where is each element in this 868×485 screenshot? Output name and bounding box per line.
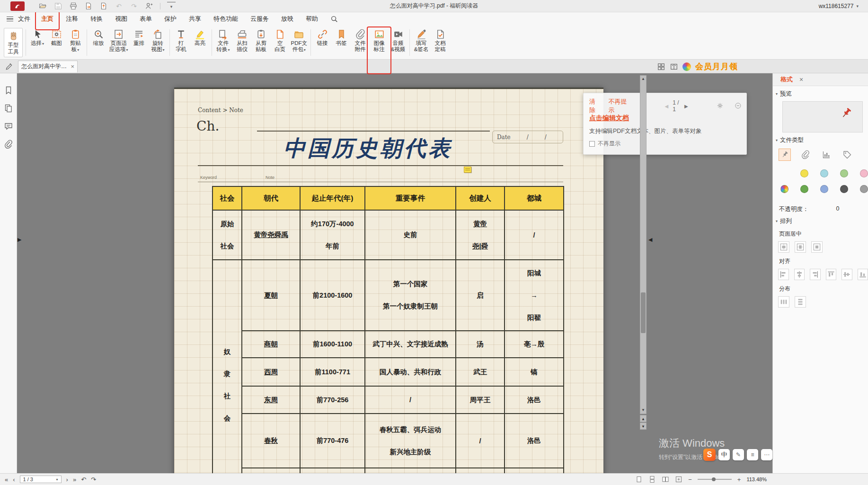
continuous-view-icon[interactable] <box>648 476 656 483</box>
format-tab[interactable]: 格式 <box>780 75 793 84</box>
center-vertical-icon[interactable] <box>795 241 806 253</box>
close-tab-icon[interactable]: × <box>71 63 74 70</box>
next-page-icon[interactable]: › <box>66 476 68 483</box>
opacity-value[interactable]: 0 <box>836 205 840 213</box>
dynasty-link[interactable]: 商朝 <box>242 331 300 358</box>
undo-icon[interactable]: ↶ <box>115 2 123 10</box>
collapse-triangle-icon[interactable]: ▾ <box>776 138 778 142</box>
highlight-tool[interactable]: 高亮 <box>191 27 210 58</box>
file-convert-tool[interactable]: 文件 转换▾ <box>214 27 233 58</box>
paperclip-type-button[interactable] <box>799 149 812 161</box>
attachments-panel-icon[interactable] <box>4 140 13 149</box>
align-right-icon[interactable] <box>810 269 821 280</box>
bookmark-tool[interactable]: 书签 <box>332 27 351 58</box>
dynasty-link[interactable]: 黄帝尧舜禹 <box>242 210 300 260</box>
image-annot-tool[interactable]: 图像 标注 <box>370 27 389 58</box>
document-tab[interactable]: 怎么面对高中学习... × <box>18 61 78 72</box>
menu-tab-protect[interactable]: 保护 <box>164 15 177 23</box>
zoom-tool[interactable]: 缩放 <box>89 27 108 58</box>
menu-tab-cloud[interactable]: 云服务 <box>250 15 269 23</box>
menu-tab-present[interactable]: 放映 <box>281 15 293 23</box>
collapse-triangle-icon[interactable]: ▾ <box>776 219 778 223</box>
color-swatch[interactable] <box>840 185 848 193</box>
next-page-button[interactable]: ▼ <box>640 423 647 430</box>
ime-more-icon[interactable]: ⋯ <box>761 449 772 460</box>
dynasty-link[interactable]: 夏朝 <box>242 260 300 331</box>
zoom-in-icon[interactable]: + <box>737 476 741 483</box>
color-swatch[interactable] <box>860 185 868 193</box>
scroll-down-icon[interactable]: ▼ <box>640 407 646 414</box>
comments-panel-icon[interactable] <box>4 122 13 131</box>
page-number-selector[interactable]: 1 / 3 ▾ <box>20 476 62 483</box>
from-clipboard-tool[interactable]: 从剪 贴板 <box>252 27 271 58</box>
menu-tab-form[interactable]: 表单 <box>140 15 152 23</box>
tip-next-icon[interactable]: ▶ <box>684 104 688 109</box>
color-swatch[interactable] <box>820 169 828 177</box>
page-fit-tool[interactable]: 页面适 应选项▾ <box>108 27 130 58</box>
distribute-vertical-icon[interactable] <box>795 296 806 308</box>
dynasty-link[interactable]: 西周 <box>242 358 300 386</box>
scroll-up-icon[interactable]: ▲ <box>640 76 646 82</box>
align-left-icon[interactable] <box>778 269 789 280</box>
menu-tab-view[interactable]: 视图 <box>115 15 127 23</box>
hamburger-icon[interactable] <box>7 17 13 22</box>
search-icon[interactable] <box>330 15 338 23</box>
edit-document-link[interactable]: 点击编辑文档 <box>589 114 629 123</box>
center-horizontal-icon[interactable] <box>778 241 789 253</box>
facing-view-icon[interactable] <box>662 476 669 483</box>
membership-banner[interactable]: 会员月月领 <box>695 61 738 72</box>
color-swatch[interactable] <box>800 169 808 177</box>
export-other-icon[interactable] <box>99 2 108 10</box>
file-attach-tool[interactable]: 文件 附件 <box>351 27 370 58</box>
ime-language-mode[interactable]: 中 <box>718 449 730 460</box>
color-swatch[interactable] <box>820 185 828 193</box>
vertical-scrollbar[interactable]: ▲ ▼ <box>640 75 647 414</box>
clear-link[interactable]: 清除 <box>589 97 600 115</box>
center-both-icon[interactable] <box>811 241 823 253</box>
snapshot-tool[interactable]: 截图 <box>47 27 66 58</box>
zoom-slider-thumb[interactable] <box>712 477 716 481</box>
save-icon[interactable] <box>54 2 62 10</box>
zoom-slider[interactable] <box>698 477 732 482</box>
gear-icon[interactable] <box>717 102 724 110</box>
no-more-prompt-link[interactable]: 不再提示 <box>609 97 630 115</box>
hand-tool[interactable]: 手型 工具 <box>4 28 23 57</box>
menu-tab-features[interactable]: 特色功能 <box>213 15 238 23</box>
dont-show-checkbox[interactable] <box>589 141 595 147</box>
pencil-icon[interactable] <box>5 62 14 71</box>
redo-icon[interactable]: ↷ <box>130 2 138 10</box>
menu-tab-help[interactable]: 帮助 <box>306 15 318 23</box>
align-bottom-icon[interactable] <box>858 269 868 280</box>
multicolor-swatch[interactable] <box>780 185 788 193</box>
reflow-tool[interactable]: 重排 <box>130 27 149 58</box>
prev-page-icon[interactable]: ‹ <box>13 476 15 483</box>
distribute-horizontal-icon[interactable] <box>778 296 789 308</box>
pushpin-type-button[interactable] <box>779 149 791 161</box>
audio-video-tool[interactable]: 音频 &视频 <box>389 27 407 58</box>
sogou-logo-icon[interactable]: S <box>703 449 716 461</box>
zoom-out-icon[interactable]: − <box>688 476 692 483</box>
clipboard-tool[interactable]: 剪贴 板▾ <box>66 27 85 58</box>
last-page-icon[interactable]: » <box>73 476 76 483</box>
document-view[interactable]: Content > Note Ch. Date / / 中国历史朝代表 Keyw… <box>17 73 772 473</box>
menu-tab-share[interactable]: 共享 <box>189 15 201 23</box>
blank-page-tool[interactable]: 空 白页 <box>271 27 290 58</box>
pdf-package-tool[interactable]: PDF文 件包▾ <box>290 27 309 58</box>
sticky-note-annotation-icon[interactable] <box>464 167 471 173</box>
account-button[interactable]: wx118615277 ▾ <box>819 3 859 9</box>
fill-sign-tool[interactable]: 填写 &签名 <box>412 27 431 58</box>
ime-pen-icon[interactable]: ✎ <box>733 449 744 460</box>
close-panel-icon[interactable]: × <box>799 76 803 83</box>
first-page-icon[interactable]: « <box>5 476 8 483</box>
align-top-icon[interactable] <box>826 269 837 280</box>
grid-view-icon[interactable] <box>657 62 665 71</box>
bookmarks-panel-icon[interactable] <box>4 86 13 95</box>
tag-type-button[interactable] <box>841 149 853 161</box>
pages-panel-icon[interactable] <box>4 104 13 113</box>
from-scanner-tool[interactable]: 从扫 描仪 <box>233 27 252 58</box>
scroll-thumb[interactable] <box>641 292 646 333</box>
share-icon[interactable] <box>145 2 153 10</box>
read-mode-icon[interactable] <box>670 62 678 71</box>
collapse-right-panel-icon[interactable]: ◀ <box>648 237 652 243</box>
next-view-icon[interactable]: ↷ <box>91 476 96 483</box>
